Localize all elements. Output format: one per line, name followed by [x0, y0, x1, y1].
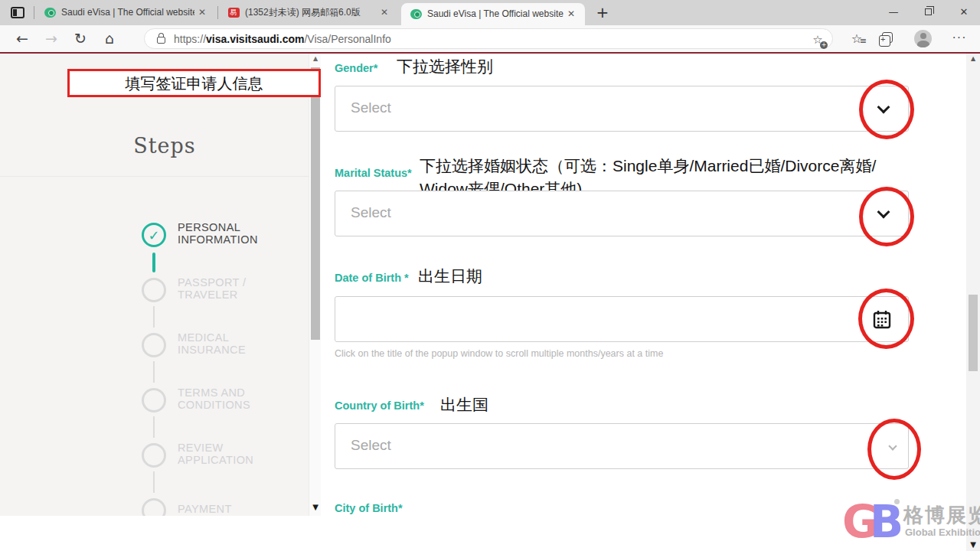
url-text: https://visa.visitsaudi.com/Visa/Persona…: [174, 29, 391, 49]
url-host: visa.visitsaudi.com: [206, 33, 304, 45]
step-line: MEDICAL: [178, 331, 246, 344]
restore-button[interactable]: [914, 0, 943, 24]
step-line: INFORMATION: [178, 233, 258, 246]
restore-icon: [925, 8, 932, 15]
close-window-button[interactable]: ✕: [949, 0, 978, 24]
step-connector: [153, 361, 155, 383]
settings-menu-icon[interactable]: ···: [948, 28, 971, 50]
select-placeholder: Select: [351, 204, 391, 221]
step-line: TERMS AND: [178, 386, 250, 399]
check-icon: ✓: [148, 227, 159, 243]
back-button[interactable]: ←: [11, 28, 34, 50]
url-scheme: https://: [174, 33, 206, 45]
profile-avatar[interactable]: [914, 30, 932, 47]
tab-netease-mail[interactable]: (1352封未读) 网易邮箱6.0版 ✕: [219, 0, 398, 25]
step-circle-payment[interactable]: [142, 498, 166, 516]
evisa-favicon: [410, 9, 422, 19]
steps-title: Steps: [84, 134, 245, 158]
marital-annotation-line1: 下拉选择婚姻状态（可选：Single单身/Married已婚/Divorce离婚…: [420, 155, 876, 177]
tab-title: Saudi eVisa | The Official website: [427, 3, 564, 25]
step-circle-passport-traveler[interactable]: [142, 278, 166, 302]
step-connector: [153, 416, 155, 438]
step-circle-terms-conditions[interactable]: [142, 388, 166, 412]
tab-saudi-evisa-active[interactable]: Saudi eVisa | The Official website ✕: [401, 3, 585, 25]
lock-icon: [157, 37, 165, 44]
annotation-circle-marital: [859, 187, 914, 246]
step-connector: [153, 306, 155, 328]
scrollbar-thumb[interactable]: [311, 67, 320, 340]
steps-sidebar: Steps ✓ PERSONAL INFORMATION PASSPORT / …: [0, 54, 309, 516]
country-of-birth-select[interactable]: Select: [335, 423, 909, 469]
step-line: REVIEW: [178, 442, 253, 454]
close-tab-icon[interactable]: ✕: [377, 0, 392, 25]
url-path: /Visa/PersonalInfo: [304, 33, 390, 45]
step-circle-personal-information[interactable]: ✓: [142, 223, 166, 247]
home-button[interactable]: ⌂: [98, 28, 121, 50]
tab-actions-icon[interactable]: [11, 7, 24, 18]
scroll-up-icon[interactable]: ▲: [966, 55, 980, 62]
netease-mail-favicon: [228, 8, 240, 18]
step-line: PERSONAL: [178, 221, 258, 233]
dob-annotation: 出生日期: [418, 266, 482, 287]
step-connector: [153, 471, 155, 493]
address-bar[interactable]: https://visa.visitsaudi.com/Visa/Persona…: [144, 28, 833, 49]
watermark-dot-icon: [894, 499, 900, 504]
add-favorite-icon[interactable]: ☆: [810, 32, 825, 47]
step-line: INSURANCE: [178, 344, 246, 356]
date-of-birth-label: Date of Birth *: [335, 272, 409, 284]
step-terms-conditions[interactable]: TERMS AND CONDITIONS: [178, 386, 250, 411]
step-line: CONDITIONS: [178, 399, 250, 411]
dob-helper-text: Click on the title of the popup window t…: [335, 348, 663, 359]
close-tab-icon[interactable]: ✕: [194, 0, 210, 25]
new-tab-button[interactable]: +: [593, 4, 612, 22]
page-scrollbar[interactable]: ▲ ▼: [309, 54, 321, 516]
annotation-circle-gender: [859, 80, 914, 139]
step-review-application[interactable]: REVIEW APPLICATION: [178, 442, 253, 466]
scroll-up-icon[interactable]: ▲: [309, 55, 322, 62]
marital-status-label: Marital Status*: [335, 167, 412, 179]
tab-separator: [34, 6, 34, 19]
refresh-button[interactable]: ↻: [69, 28, 92, 50]
step-personal-information[interactable]: PERSONAL INFORMATION: [178, 221, 258, 246]
scroll-down-icon[interactable]: ▼: [966, 540, 980, 549]
tab-saudi-evisa-1[interactable]: Saudi eVisa | The Official website ✕: [35, 0, 216, 25]
close-tab-icon[interactable]: ✕: [564, 3, 579, 25]
gender-label: Gender*: [335, 62, 377, 74]
tab-bar: Saudi eVisa | The Official website ✕ (13…: [0, 0, 980, 25]
step-line: PASSPORT /: [178, 276, 246, 289]
country-of-birth-label: Country of Birth*: [335, 399, 424, 412]
city-of-birth-label: City of Birth*: [335, 502, 403, 514]
step-circle-medical-insurance[interactable]: [142, 333, 166, 357]
scroll-down-icon[interactable]: ▼: [309, 503, 322, 511]
sidebar-divider: [0, 176, 309, 177]
step-line: PAYMENT: [178, 503, 232, 515]
step-connector: [152, 253, 155, 272]
collections-icon[interactable]: [882, 32, 893, 43]
tab-separator: [217, 6, 218, 19]
select-placeholder: Select: [351, 99, 391, 116]
scrollbar-thumb[interactable]: [969, 295, 978, 371]
date-of-birth-input[interactable]: [335, 296, 909, 342]
select-placeholder: Select: [351, 437, 391, 454]
browser-scrollbar[interactable]: ▲ ▼: [966, 54, 980, 551]
step-payment[interactable]: PAYMENT: [178, 503, 232, 515]
watermark-en-text: Global Exhibition: [905, 527, 980, 538]
watermark-cn-text: 格博展览: [903, 502, 980, 529]
browser-window: Saudi eVisa | The Official website ✕ (13…: [0, 0, 980, 551]
tab-title: Saudi eVisa | The Official website: [61, 0, 194, 25]
annotation-circle-country: [867, 419, 921, 480]
favorites-bar-icon[interactable]: ☆: [845, 28, 868, 50]
annotation-circle-dob: [858, 289, 914, 349]
annotation-title-box: 填写签证申请人信息: [67, 69, 321, 97]
step-line: APPLICATION: [178, 454, 253, 466]
step-circle-review-application[interactable]: [142, 443, 166, 468]
forward-button[interactable]: →: [40, 28, 63, 50]
tab-title: (1352封未读) 网易邮箱6.0版: [245, 0, 377, 25]
gender-select[interactable]: Select: [335, 86, 909, 132]
step-passport-traveler[interactable]: PASSPORT / TRAVELER: [178, 276, 246, 301]
minimize-button[interactable]: —: [879, 0, 908, 24]
step-medical-insurance[interactable]: MEDICAL INSURANCE: [178, 331, 246, 356]
gender-annotation: 下拉选择性别: [397, 56, 493, 77]
marital-status-select[interactable]: Select: [335, 191, 909, 236]
browser-toolbar: ← → ↻ ⌂ https://visa.visitsaudi.com/Visa…: [0, 25, 980, 52]
